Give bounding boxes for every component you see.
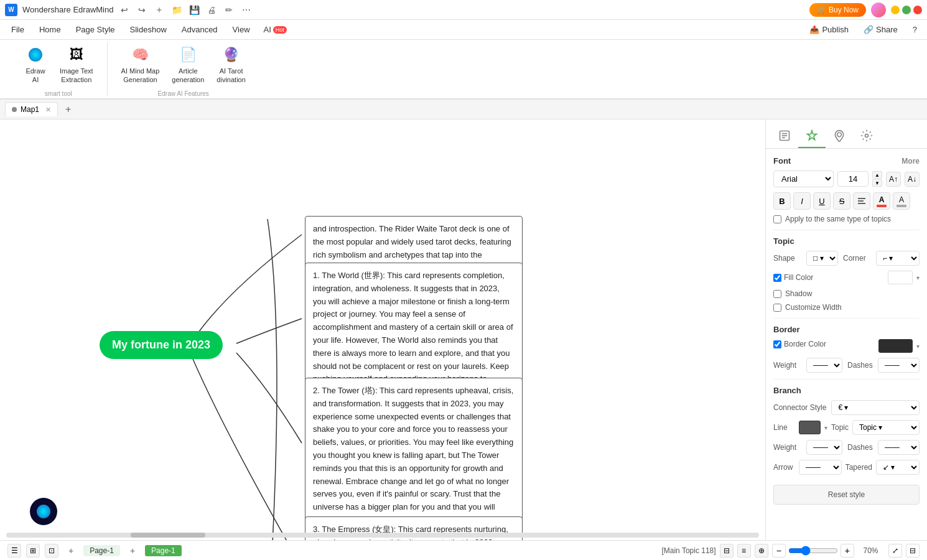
arrow-select[interactable]: —— bbox=[799, 460, 842, 475]
save-icon[interactable]: 💾 bbox=[188, 4, 200, 16]
branch-dashes-select[interactable]: —— bbox=[878, 440, 920, 455]
ai-tarot-icon: 🔮 bbox=[220, 44, 243, 66]
text-bg-color-button[interactable]: A bbox=[893, 192, 910, 210]
redo-icon[interactable]: ↪ bbox=[136, 4, 148, 16]
menu-file[interactable]: File bbox=[5, 22, 30, 37]
fullscreen-button[interactable]: ⤢ bbox=[888, 544, 902, 558]
fill-color-swatch[interactable] bbox=[888, 271, 913, 284]
print-icon[interactable]: 🖨 bbox=[205, 4, 218, 16]
font-family-select[interactable]: Arial bbox=[773, 170, 834, 187]
zoom-in-button[interactable]: + bbox=[841, 544, 854, 558]
edraw-ai-icon bbox=[24, 44, 47, 66]
customize-width-checkbox[interactable] bbox=[773, 304, 781, 312]
font-grow-button[interactable]: A↑ bbox=[886, 172, 901, 187]
fill-color-checkbox[interactable] bbox=[773, 274, 781, 282]
branch-line-color-swatch[interactable] bbox=[799, 421, 821, 434]
close-button[interactable] bbox=[913, 6, 922, 14]
fit-button[interactable]: ⊡ bbox=[45, 544, 58, 558]
branch-weight-select[interactable]: —— bbox=[806, 440, 842, 455]
active-page-tab[interactable]: Page-1 bbox=[145, 545, 182, 556]
more-icon[interactable]: ⋯ bbox=[240, 4, 253, 16]
branch-weight-row: Weight —— Dashes —— bbox=[773, 440, 920, 455]
underline-button[interactable]: U bbox=[813, 192, 831, 210]
font-size-up[interactable]: ▲ bbox=[872, 171, 882, 179]
minimize-button[interactable] bbox=[891, 6, 900, 14]
fill-color-check: Fill Color bbox=[773, 273, 884, 282]
edraw-ai-button[interactable]: EdrawAI bbox=[20, 41, 51, 86]
page-tab-1[interactable]: Page-1 bbox=[83, 545, 120, 556]
shadow-checkbox[interactable] bbox=[773, 290, 781, 298]
ai-mind-map-icon: 🧠 bbox=[129, 44, 151, 66]
corner-select[interactable]: ⌐ ▾ bbox=[876, 251, 920, 266]
bold-button[interactable]: B bbox=[773, 192, 791, 210]
menu-advanced[interactable]: Advanced bbox=[175, 22, 224, 37]
border-color-dropdown[interactable]: ▾ bbox=[916, 343, 920, 350]
apply-same-checkbox[interactable] bbox=[773, 215, 781, 223]
tapered-select[interactable]: ↙ ▾ bbox=[876, 460, 920, 475]
italic-button[interactable]: I bbox=[793, 192, 811, 210]
tab-map1[interactable]: Map1 ✕ bbox=[5, 102, 58, 116]
border-color-swatch[interactable] bbox=[878, 339, 913, 353]
ai-tarot-button[interactable]: 🔮 AI Tarotdivination bbox=[213, 41, 249, 86]
dashes-select[interactable]: —— bbox=[878, 358, 920, 373]
tab-format[interactable] bbox=[771, 124, 798, 148]
maximize-button[interactable] bbox=[902, 6, 911, 14]
image-text-button[interactable]: 🖼 Image TextExtraction bbox=[56, 41, 97, 86]
tab-settings[interactable] bbox=[853, 124, 880, 148]
font-section: Font More Arial ▲ ▼ A↑ A↓ B bbox=[773, 156, 920, 223]
text-color-button[interactable]: A bbox=[873, 192, 890, 210]
font-size-down[interactable]: ▼ bbox=[872, 179, 882, 187]
open-icon[interactable]: 📁 bbox=[170, 4, 183, 16]
menu-home[interactable]: Home bbox=[33, 22, 67, 37]
edit-icon[interactable]: ✏ bbox=[223, 4, 235, 16]
central-node[interactable]: My fortune in 2023 bbox=[100, 331, 223, 359]
font-size-arrows: ▲ ▼ bbox=[872, 171, 882, 187]
share-button[interactable]: 🔗 Share bbox=[859, 22, 903, 37]
fill-color-dropdown[interactable]: ▾ bbox=[916, 274, 920, 281]
page-add-button[interactable]: + bbox=[63, 544, 78, 557]
ai-menu-item[interactable]: AI Hot bbox=[259, 24, 292, 35]
help-button[interactable]: ? bbox=[908, 22, 922, 37]
article-generation-button[interactable]: 📄 Articlegeneration bbox=[168, 41, 208, 86]
article-gen-icon: 📄 bbox=[177, 44, 199, 66]
topic-select[interactable]: Topic ▾ bbox=[852, 420, 920, 435]
canvas-scrollbar[interactable] bbox=[6, 533, 759, 538]
card-2[interactable]: 2. The Tower (塔): This card represents u… bbox=[305, 378, 523, 534]
undo-icon[interactable]: ↩ bbox=[118, 4, 131, 16]
page-add-button-2[interactable]: + bbox=[125, 544, 140, 557]
publish-button[interactable]: 📤 Publish bbox=[804, 22, 854, 37]
weight-select[interactable]: —— bbox=[806, 358, 842, 373]
panel-toggle-button[interactable]: ☰ bbox=[7, 544, 21, 558]
zoom-out-button[interactable]: − bbox=[772, 544, 786, 558]
outline-button[interactable]: ≡ bbox=[737, 544, 751, 558]
tab-add-button[interactable]: + bbox=[60, 101, 76, 118]
ai-float-button[interactable] bbox=[30, 498, 57, 525]
strikethrough-button[interactable]: S bbox=[833, 192, 850, 210]
align-button[interactable] bbox=[853, 192, 870, 210]
border-color-checkbox[interactable] bbox=[773, 340, 781, 348]
collapse-button[interactable]: ⊟ bbox=[906, 544, 920, 558]
shape-select[interactable]: □ ▾ bbox=[806, 251, 838, 266]
layout-view-button[interactable]: ⊟ bbox=[720, 544, 734, 558]
reset-style-button[interactable]: Reset style bbox=[773, 485, 920, 505]
toolbar: EdrawAI 🖼 Image TextExtraction smart too… bbox=[0, 40, 927, 100]
ai-mind-map-button[interactable]: 🧠 AI Mind MapGeneration bbox=[118, 41, 164, 86]
canvas[interactable]: My fortune in 2023 and introspection. Th… bbox=[0, 119, 765, 540]
tab-ai-sparkle[interactable] bbox=[798, 124, 826, 148]
font-size-input[interactable] bbox=[837, 171, 869, 187]
tab-location[interactable] bbox=[826, 124, 853, 148]
menu-view[interactable]: View bbox=[226, 22, 256, 37]
tab-close-icon[interactable]: ✕ bbox=[45, 106, 51, 114]
menu-page-style[interactable]: Page Style bbox=[70, 22, 121, 37]
split-button[interactable]: ⊕ bbox=[755, 544, 768, 558]
font-shrink-button[interactable]: A↓ bbox=[905, 172, 920, 187]
buy-now-button[interactable]: 🛒 Buy Now bbox=[809, 3, 866, 17]
font-more-link[interactable]: More bbox=[901, 157, 920, 166]
grid-view-button[interactable]: ⊞ bbox=[26, 544, 40, 558]
line-color-dropdown[interactable]: ▾ bbox=[824, 424, 827, 431]
new-icon[interactable]: ＋ bbox=[153, 4, 165, 16]
user-avatar[interactable] bbox=[871, 2, 886, 17]
connector-style-select[interactable]: € ▾ bbox=[831, 400, 920, 415]
menu-slideshow[interactable]: Slideshow bbox=[124, 22, 173, 37]
zoom-slider[interactable] bbox=[788, 546, 838, 556]
